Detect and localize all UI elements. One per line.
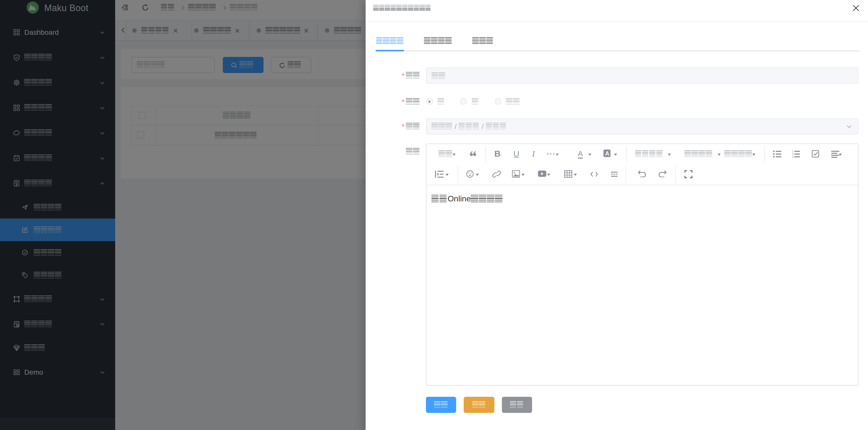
svg-text:3: 3 bbox=[792, 155, 794, 158]
